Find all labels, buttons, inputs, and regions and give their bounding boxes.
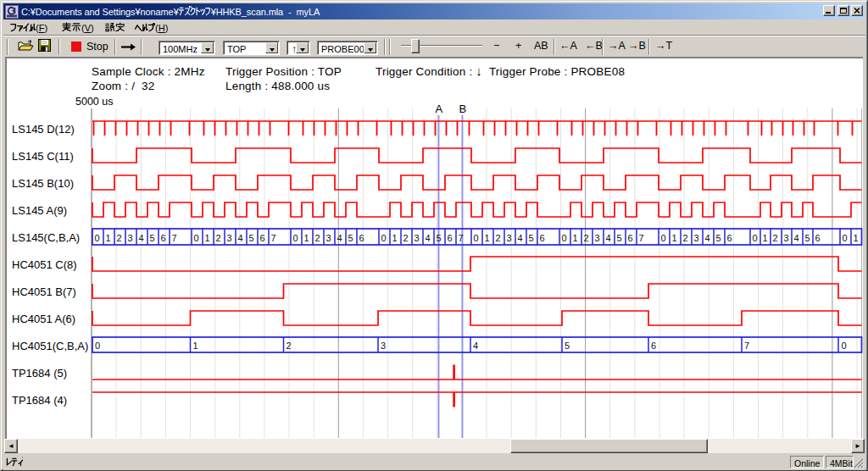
svg-text:3: 3 [784, 233, 789, 243]
svg-text:2: 2 [683, 233, 688, 243]
svg-text:7: 7 [744, 341, 749, 351]
svg-text:0: 0 [474, 233, 479, 243]
svg-text:2: 2 [773, 233, 778, 243]
svg-text:4: 4 [794, 233, 799, 243]
svg-text:1: 1 [573, 233, 578, 243]
svg-text:4: 4 [139, 233, 144, 243]
svg-text:5: 5 [529, 233, 534, 243]
svg-text:4: 4 [238, 233, 243, 243]
svg-text:2: 2 [584, 233, 589, 243]
svg-text:4: 4 [518, 233, 523, 243]
svg-text:1: 1 [106, 233, 111, 243]
svg-text:0: 0 [661, 233, 666, 243]
svg-text:2: 2 [216, 233, 221, 243]
svg-text:4: 4 [337, 233, 342, 243]
svg-text:4: 4 [426, 233, 431, 243]
svg-text:5: 5 [805, 233, 810, 243]
svg-text:0: 0 [381, 233, 387, 243]
svg-text:1: 1 [205, 233, 210, 243]
svg-text:2: 2 [403, 233, 409, 243]
svg-text:3: 3 [415, 233, 420, 243]
svg-text:6: 6 [815, 233, 821, 243]
svg-text:7: 7 [639, 233, 644, 243]
svg-text:0: 0 [194, 233, 199, 243]
svg-text:1: 1 [392, 233, 398, 243]
svg-text:B: B [459, 103, 467, 115]
svg-text:4: 4 [606, 233, 611, 243]
svg-text:2: 2 [287, 341, 292, 351]
svg-text:3: 3 [227, 233, 232, 243]
svg-text:0: 0 [843, 233, 848, 243]
svg-text:7: 7 [271, 233, 276, 243]
svg-text:6: 6 [260, 233, 265, 243]
svg-text:6: 6 [540, 233, 545, 243]
svg-text:5: 5 [617, 233, 622, 243]
svg-text:0: 0 [95, 233, 100, 243]
svg-text:1: 1 [672, 233, 677, 243]
svg-text:1: 1 [854, 233, 859, 243]
svg-text:4: 4 [705, 233, 710, 243]
svg-text:6: 6 [727, 233, 732, 243]
svg-text:3: 3 [128, 233, 133, 243]
svg-text:6: 6 [651, 341, 656, 351]
svg-text:3: 3 [381, 341, 386, 351]
svg-text:7: 7 [459, 233, 464, 243]
svg-text:1: 1 [304, 233, 309, 243]
svg-text:1: 1 [485, 233, 490, 243]
svg-text:3: 3 [507, 233, 512, 243]
svg-text:5: 5 [150, 233, 155, 243]
svg-text:5: 5 [437, 233, 442, 243]
svg-text:A: A [436, 103, 443, 115]
svg-text:0: 0 [562, 233, 567, 243]
svg-text:1: 1 [763, 233, 768, 243]
svg-text:6: 6 [161, 233, 166, 243]
svg-text:3: 3 [595, 233, 600, 243]
svg-text:1: 1 [193, 341, 198, 351]
svg-text:2: 2 [496, 233, 501, 243]
svg-text:5: 5 [716, 233, 721, 243]
svg-text:3: 3 [326, 233, 331, 243]
svg-text:5: 5 [348, 233, 353, 243]
svg-text:0: 0 [95, 341, 100, 351]
svg-text:5: 5 [565, 341, 570, 351]
svg-text:3: 3 [694, 233, 699, 243]
svg-text:4: 4 [473, 341, 478, 351]
svg-text:0: 0 [293, 233, 298, 243]
svg-text:6: 6 [448, 233, 453, 243]
svg-text:6: 6 [359, 233, 364, 243]
svg-text:0: 0 [842, 341, 847, 351]
svg-text:6: 6 [628, 233, 633, 243]
svg-text:7: 7 [172, 233, 177, 243]
svg-text:0: 0 [753, 233, 758, 243]
svg-text:2: 2 [315, 233, 320, 243]
svg-text:2: 2 [117, 233, 122, 243]
svg-text:5: 5 [249, 233, 254, 243]
